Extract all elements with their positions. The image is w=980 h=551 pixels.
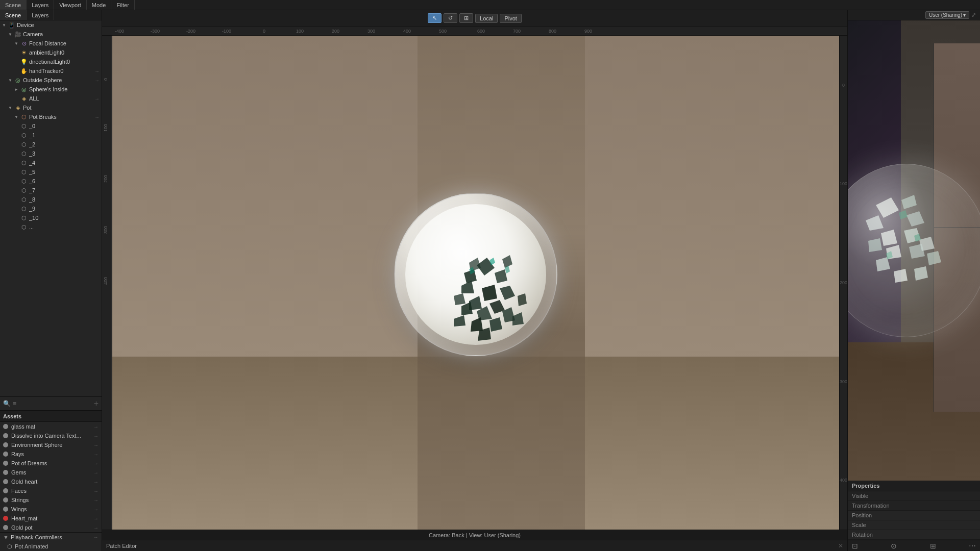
viewport-canvas[interactable] bbox=[112, 36, 839, 530]
tree-item-focal[interactable]: ▼ ⊙ Focal Distance bbox=[0, 39, 102, 48]
scale-row: Scale bbox=[848, 520, 980, 530]
tree-item-pot-breaks[interactable]: ▼ ⬡ Pot Breaks → bbox=[0, 112, 102, 121]
svg-marker-38 bbox=[502, 255, 512, 268]
tab-layers[interactable]: Layers bbox=[27, 10, 54, 20]
right-panel-btn-3[interactable]: ⊞ bbox=[930, 542, 936, 550]
asset-heart-mat[interactable]: Heart_mat → bbox=[0, 514, 102, 523]
tree-item-handtracker[interactable]: ✋ handTracker0 → bbox=[0, 66, 102, 76]
tree-item-camera[interactable]: ▼ 🎥 Camera bbox=[0, 30, 102, 39]
asset-arrow-rays: → bbox=[93, 452, 99, 457]
right-panel-btn-4[interactable]: ⋯ bbox=[969, 542, 976, 550]
tree-label-focal: Focal Distance bbox=[29, 40, 100, 46]
svg-marker-45 bbox=[901, 195, 917, 209]
svg-marker-57 bbox=[914, 266, 928, 281]
asset-strings[interactable]: Strings → bbox=[0, 495, 102, 505]
menu-mode[interactable]: Mode bbox=[87, 0, 112, 10]
tree-item-5[interactable]: ⬡ _5 bbox=[0, 167, 102, 177]
pivot-button[interactable]: Pivot bbox=[500, 14, 521, 23]
side-marker-400: 400 bbox=[840, 478, 847, 483]
svg-text:500: 500 bbox=[439, 29, 447, 34]
tree-item-6[interactable]: ⬡ _6 bbox=[0, 177, 102, 186]
tree-icon-4: ⬡ bbox=[20, 159, 28, 166]
tree-item-device[interactable]: ▼ 📱 Device bbox=[0, 20, 102, 30]
tree-label-pot-breaks: Pot Breaks bbox=[29, 114, 94, 120]
playback-item-pot-animated[interactable]: ⬡ Pot Animated bbox=[0, 542, 102, 551]
asset-faces[interactable]: Faces → bbox=[0, 486, 102, 495]
viewport-background bbox=[112, 36, 839, 530]
playback-header[interactable]: ▼ Playback Controllers → bbox=[0, 533, 102, 542]
asset-pot-of-dreams[interactable]: Pot of Dreams → bbox=[0, 459, 102, 468]
asset-dot-rays bbox=[3, 452, 8, 457]
right-viewport-canvas[interactable] bbox=[848, 20, 980, 481]
asset-rays[interactable]: Rays → bbox=[0, 449, 102, 459]
tab-scene[interactable]: Scene bbox=[0, 10, 27, 20]
tree-icon-pot-breaks: ⬡ bbox=[20, 113, 28, 120]
status-text: Camera: Back | View: User (Sharing) bbox=[429, 532, 521, 538]
tree-item-7[interactable]: ⬡ _7 bbox=[0, 186, 102, 195]
tree-item-4[interactable]: ⬡ _4 bbox=[0, 158, 102, 167]
main-layout: Scene Layers ▼ 📱 Device ▼ 🎥 Camera bbox=[0, 10, 980, 551]
asset-environment-sphere[interactable]: Environment Sphere → bbox=[0, 440, 102, 449]
tree-item-outside-sphere[interactable]: ▼ ◎ Outside Sphere → bbox=[0, 76, 102, 85]
asset-gems[interactable]: Gems → bbox=[0, 468, 102, 477]
tree-arrow-device: ▼ bbox=[2, 23, 8, 28]
move-tool-button[interactable]: ↖ bbox=[428, 13, 442, 23]
tree-item-ambient[interactable]: ☀ ambientLight0 bbox=[0, 48, 102, 57]
svg-marker-34 bbox=[454, 315, 465, 327]
right-panel-btn-1[interactable]: ⊡ bbox=[852, 542, 858, 550]
tree-item-directional[interactable]: 💡 directionalLight0 bbox=[0, 57, 102, 66]
transformation-section: Transformation bbox=[848, 501, 980, 511]
tree-icon-outside-sphere: ◎ bbox=[14, 77, 21, 84]
tree-icon-device: 📱 bbox=[8, 21, 15, 29]
tree-item-spheres-inside[interactable]: ► ◎ Sphere's Inside bbox=[0, 85, 102, 94]
asset-wings[interactable]: Wings → bbox=[0, 505, 102, 514]
right-panel-btn-2[interactable]: ⊙ bbox=[891, 542, 897, 550]
tree-item-all[interactable]: ◈ ALL → bbox=[0, 94, 102, 103]
menu-layers[interactable]: Layers bbox=[27, 0, 54, 10]
asset-gold-pot[interactable]: Gold pot → bbox=[0, 523, 102, 532]
asset-dissolve[interactable]: Dissolve into Camera Text... → bbox=[0, 431, 102, 440]
asset-gold-heart[interactable]: Gold heart → bbox=[0, 477, 102, 486]
asset-dot-strings bbox=[3, 497, 8, 503]
tree-item-2[interactable]: ⬡ _2 bbox=[0, 140, 102, 149]
svg-marker-39 bbox=[454, 293, 465, 305]
tree-item-3[interactable]: ⬡ _3 bbox=[0, 149, 102, 158]
asset-glass-mat[interactable]: glass mat → bbox=[0, 422, 102, 431]
user-sharing-button[interactable]: User (Sharing) ▾ bbox=[925, 11, 969, 19]
svg-marker-58 bbox=[899, 210, 908, 219]
playback-arrow: ▼ bbox=[3, 534, 9, 540]
rotation-row: Rotation bbox=[848, 530, 980, 540]
tree-item-more[interactable]: ⬡ ... bbox=[0, 222, 102, 232]
tree-item-1[interactable]: ⬡ _1 bbox=[0, 131, 102, 140]
properties-label: Properties bbox=[852, 483, 879, 489]
svg-marker-48 bbox=[881, 230, 897, 246]
local-button[interactable]: Local bbox=[475, 14, 498, 23]
menu-viewport[interactable]: Viewport bbox=[54, 0, 87, 10]
rotate-tool-button[interactable]: ↺ bbox=[444, 13, 457, 23]
rotation-key: Rotation bbox=[852, 532, 888, 538]
tree-icon-8: ⬡ bbox=[20, 196, 28, 203]
tree-icon-directional: 💡 bbox=[20, 58, 28, 65]
expand-icon[interactable]: ⤢ bbox=[971, 12, 976, 18]
panel-tabs: Scene Layers bbox=[0, 10, 102, 20]
playback-label-pot-animated: Pot Animated bbox=[15, 543, 48, 549]
properties-panel: Properties Visible Transformation Positi… bbox=[848, 481, 980, 540]
svg-marker-40 bbox=[518, 293, 527, 306]
svg-marker-50 bbox=[868, 238, 882, 252]
menu-filter[interactable]: Filter bbox=[111, 0, 134, 10]
tree-item-0[interactable]: ⬡ _0 bbox=[0, 121, 102, 131]
tree-item-8[interactable]: ⬡ _8 bbox=[0, 195, 102, 204]
tree-item-pot[interactable]: ▼ ◈ Pot bbox=[0, 103, 102, 112]
scale-icon: ⊞ bbox=[464, 15, 469, 21]
tree-label-camera: Camera bbox=[23, 31, 100, 37]
add-button[interactable]: + bbox=[94, 399, 99, 408]
side-ruler: 0 100 200 300 400 bbox=[839, 36, 847, 530]
menu-scene[interactable]: Scene bbox=[0, 0, 27, 10]
tree-item-9[interactable]: ⬡ _9 bbox=[0, 204, 102, 213]
tree-item-10[interactable]: ⬡ _10 bbox=[0, 213, 102, 222]
patch-editor-close-icon[interactable]: ✕ bbox=[838, 542, 843, 549]
svg-text:-400: -400 bbox=[115, 29, 124, 34]
tree-label-3: _3 bbox=[29, 151, 100, 157]
scale-tool-button[interactable]: ⊞ bbox=[459, 13, 473, 23]
asset-label-dissolve: Dissolve into Camera Text... bbox=[11, 433, 93, 439]
